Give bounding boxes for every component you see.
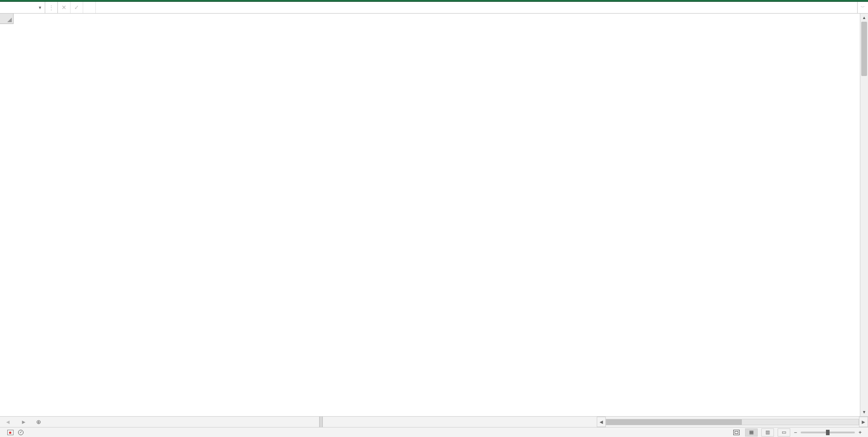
scroll-track[interactable]: [860, 22, 868, 408]
tab-nav-next-icon[interactable]: ►: [21, 419, 26, 425]
formula-separator: ⋮: [45, 2, 58, 13]
hscroll-thumb[interactable]: [606, 419, 742, 425]
hscroll-left-button[interactable]: ◄: [597, 417, 606, 427]
column-headers: [14, 14, 860, 24]
status-bar: ✓ ▦ ▥ ▭ − +: [0, 427, 868, 437]
scroll-up-button[interactable]: ▲: [860, 14, 868, 22]
sheet-tab-bar: ◄ ► ⊕ ◄ ►: [0, 416, 868, 427]
chevron-down-icon[interactable]: ▼: [38, 5, 42, 10]
accessibility-icon: ✓: [18, 430, 24, 435]
hscroll-right-button[interactable]: ►: [859, 417, 868, 427]
formula-input[interactable]: [96, 2, 857, 13]
zoom-out-button[interactable]: −: [794, 429, 797, 436]
fx-button[interactable]: [83, 2, 96, 13]
add-sheet-button[interactable]: ⊕: [32, 417, 45, 427]
grid-main[interactable]: [14, 14, 860, 416]
tab-splitter[interactable]: [319, 417, 323, 427]
zoom-in-button[interactable]: +: [859, 429, 862, 436]
worksheet-area: ▲ ▼: [0, 14, 868, 416]
macro-record-icon[interactable]: [7, 430, 14, 435]
page-break-view-button[interactable]: ▭: [778, 428, 790, 437]
zoom-slider[interactable]: [801, 432, 855, 433]
tab-nav-buttons[interactable]: ◄ ►: [0, 417, 32, 427]
horizontal-scrollbar[interactable]: ◄ ►: [597, 417, 868, 427]
accept-formula-button[interactable]: ✓: [71, 2, 83, 13]
row-header-column: [0, 14, 14, 416]
cancel-formula-button[interactable]: ✕: [58, 2, 71, 13]
hscroll-track[interactable]: [606, 419, 859, 425]
accessibility-button[interactable]: ✓: [18, 430, 25, 435]
scroll-thumb[interactable]: [861, 22, 867, 76]
expand-formula-bar-button[interactable]: ﹀: [857, 2, 868, 13]
scroll-down-button[interactable]: ▼: [860, 408, 868, 416]
tab-nav-prev-icon[interactable]: ◄: [5, 419, 10, 425]
select-all-corner[interactable]: [0, 14, 14, 24]
normal-view-button[interactable]: ▦: [745, 428, 758, 437]
excel-app: ▼ ⋮ ✕ ✓ ﹀ ▲ ▼ ◄ ► ⊕ ◄: [0, 0, 868, 437]
formula-bar: ▼ ⋮ ✕ ✓ ﹀: [0, 2, 868, 14]
page-layout-view-button[interactable]: ▥: [761, 428, 774, 437]
name-box[interactable]: ▼: [0, 2, 45, 13]
display-settings-icon: [733, 430, 740, 435]
vertical-scrollbar[interactable]: ▲ ▼: [860, 14, 868, 416]
display-settings-button[interactable]: [733, 430, 741, 435]
